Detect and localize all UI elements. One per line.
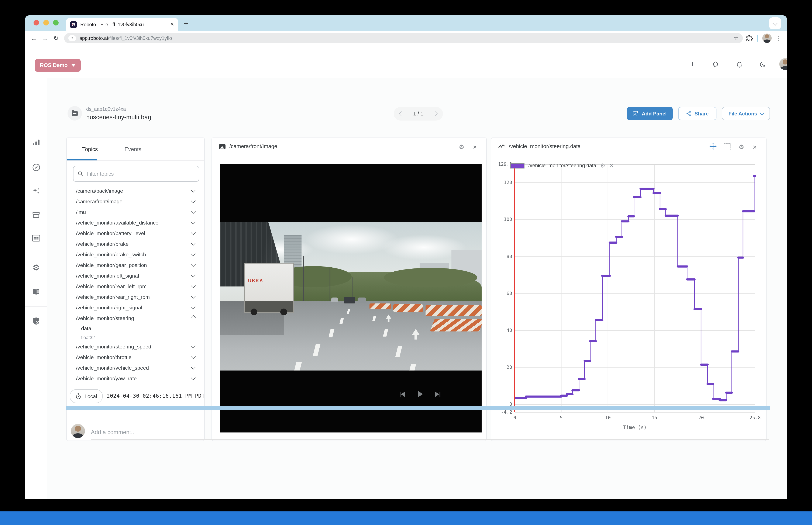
back-icon[interactable]: ← (28, 34, 40, 42)
topic-row[interactable]: /vehicle_monitor/rear_left_rpm (67, 281, 204, 291)
file-actions-button[interactable]: File Actions (722, 107, 770, 120)
share-label: Share (695, 110, 709, 117)
comment-underline (91, 439, 769, 440)
storefront-icon[interactable] (30, 208, 43, 221)
chevron-down-icon[interactable] (191, 230, 196, 235)
signal-bars-icon[interactable] (30, 136, 43, 149)
extensions-puzzle-icon[interactable] (746, 34, 753, 41)
legend-remove-icon[interactable]: ✕ (609, 163, 614, 168)
tree-line (284, 272, 482, 303)
chevron-down-icon[interactable] (191, 304, 196, 310)
site-settings-icon[interactable]: ⌖ (68, 35, 76, 41)
next-page-icon[interactable] (433, 111, 438, 116)
chevron-up-icon[interactable] (191, 315, 196, 320)
skip-to-end-icon[interactable] (434, 390, 442, 398)
steering-chart: -4.2020406080100120129.90510152025.8Time… (493, 157, 765, 439)
sparkles-ai-icon[interactable] (30, 185, 43, 197)
active-tab-underline (67, 159, 97, 161)
roboto-app: ROS Demo + (25, 45, 787, 511)
chevron-down-icon[interactable] (191, 241, 196, 246)
screenshot-letterbox (0, 499, 812, 511)
topic-row[interactable]: /vehicle_monitor/right_signal (67, 302, 204, 313)
chevron-down-icon[interactable] (191, 188, 196, 193)
chevron-down-icon[interactable] (191, 294, 196, 299)
topic-label: /vehicle_monitor/gear_position (76, 262, 147, 268)
topic-row[interactable]: /vehicle_monitor/steering_speed (67, 341, 204, 352)
topic-label: /vehicle_monitor/right_signal (76, 304, 142, 311)
camera-settings-gear-icon[interactable]: ⚙ (459, 144, 464, 150)
share-button[interactable]: Share (678, 107, 717, 120)
browser-profile-avatar[interactable] (762, 33, 772, 43)
pan-move-icon[interactable] (709, 142, 717, 150)
topic-row[interactable]: /vehicle_monitor/steering (67, 313, 204, 324)
comment-input[interactable]: Add a comment... (91, 429, 136, 435)
admin-shield-icon[interactable] (30, 315, 43, 327)
svg-text:10: 10 (605, 415, 611, 420)
topic-row[interactable]: /vehicle_monitor/rear_right_rpm (67, 291, 204, 302)
topic-row[interactable]: /vehicle_monitor/throttle (67, 352, 204, 362)
box-select-icon[interactable] (724, 144, 730, 150)
topic-row[interactable]: /vehicle_monitor/battery_level (67, 228, 204, 239)
browser-menu-icon[interactable]: ⋮ (776, 34, 782, 41)
chevron-down-icon[interactable] (191, 344, 196, 348)
timeline-scrubber[interactable] (66, 406, 770, 410)
chevron-down-icon[interactable] (191, 262, 196, 267)
forward-icon[interactable]: → (40, 34, 50, 42)
notifications-bell-icon[interactable] (736, 61, 743, 68)
chevron-down-icon[interactable] (191, 354, 196, 359)
settings-gear-icon[interactable]: ⚙ (30, 261, 43, 274)
workspace-selector[interactable]: ROS Demo (35, 59, 81, 72)
play-icon[interactable] (416, 390, 424, 398)
chevron-down-icon[interactable] (191, 283, 196, 288)
topic-row[interactable]: /vehicle_monitor/yaw_rate (67, 373, 204, 384)
chevron-down-icon[interactable] (191, 273, 196, 278)
topic-row[interactable]: /camera/back/image (67, 185, 204, 196)
topic-row[interactable]: /vehicle_monitor/brake (67, 239, 204, 249)
bookmark-star-icon[interactable]: ☆ (734, 35, 739, 41)
topic-row[interactable]: /camera/front/image (67, 196, 204, 207)
add-icon[interactable]: + (690, 59, 695, 69)
chevron-down-icon[interactable] (191, 365, 196, 370)
lane-arrow (412, 329, 419, 335)
prev-page-icon[interactable] (399, 111, 404, 116)
filter-placeholder: Filter topics (87, 171, 114, 177)
new-tab-button[interactable]: + (184, 19, 188, 28)
search-icon[interactable] (712, 61, 720, 68)
user-avatar[interactable] (779, 58, 787, 70)
chevron-down-icon[interactable] (191, 209, 196, 214)
chart-settings-gear-icon[interactable]: ⚙ (739, 144, 744, 150)
topics-list: /camera/back/image/camera/front/image/im… (67, 185, 204, 384)
topic-row[interactable]: /vehicle_monitor/available_distance (67, 217, 204, 228)
reload-icon[interactable]: ↻ (50, 34, 62, 42)
chart-close-icon[interactable]: ✕ (753, 144, 757, 150)
tab-search-button[interactable] (769, 17, 781, 29)
topic-row[interactable]: /vehicle_monitor/left_signal (67, 270, 204, 281)
topic-row[interactable]: /vehicle_monitor/vehicle_speed (67, 362, 204, 373)
card-grid-icon[interactable] (30, 232, 43, 244)
url-bar[interactable]: ⌖ app.roboto.ai/files/fl_1v0fv3ih0xu7wxy… (64, 33, 743, 43)
topic-row[interactable]: /vehicle_monitor/gear_position (67, 260, 204, 270)
browser-tab[interactable]: R Roboto - File - fl_1v0fv3ih0xu ✕ (66, 18, 178, 31)
tab-topics[interactable]: Topics (67, 138, 113, 160)
topic-label: /vehicle_monitor/throttle (76, 354, 131, 360)
chevron-down-icon[interactable] (191, 252, 196, 256)
filter-topics-input[interactable]: Filter topics (73, 166, 199, 182)
svg-text:80: 80 (507, 254, 512, 259)
topic-row[interactable]: /vehicle_monitor/brake_switch (67, 249, 204, 260)
image-icon (219, 144, 225, 149)
docs-book-icon[interactable] (30, 286, 43, 298)
skip-to-start-icon[interactable] (398, 390, 406, 398)
message-path[interactable]: data (67, 324, 204, 334)
legend-gear-icon[interactable]: ⚙ (600, 162, 605, 169)
chevron-down-icon[interactable] (191, 198, 196, 203)
timezone-toggle[interactable]: Local (70, 389, 103, 403)
dark-mode-moon-icon[interactable] (759, 61, 766, 68)
tab-events[interactable]: Events (113, 138, 152, 160)
tab-close-icon[interactable]: ✕ (170, 21, 174, 27)
add-panel-button[interactable]: Add Panel (627, 107, 673, 120)
camera-close-icon[interactable]: ✕ (473, 144, 477, 150)
compass-icon[interactable] (30, 161, 43, 174)
chevron-down-icon[interactable] (191, 375, 196, 380)
chevron-down-icon[interactable] (191, 220, 196, 225)
topic-row[interactable]: /imu (67, 207, 204, 217)
